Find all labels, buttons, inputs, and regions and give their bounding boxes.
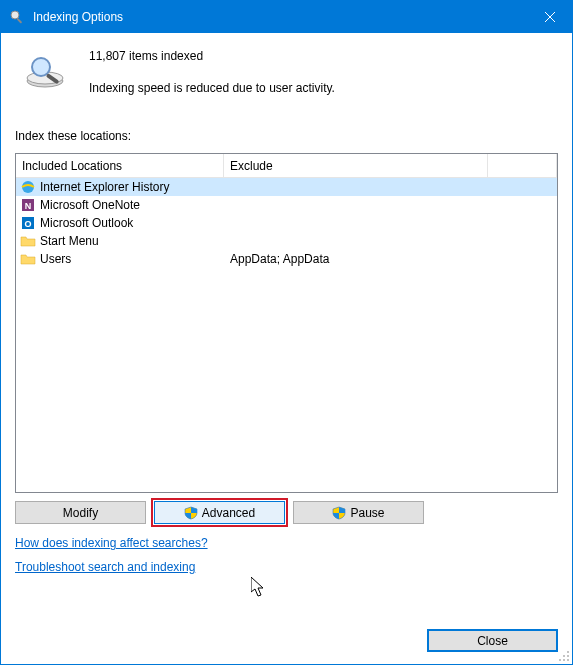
table-row[interactable]: UsersAppData; AppData bbox=[16, 250, 557, 268]
folder-icon bbox=[20, 251, 36, 267]
cell-location: Internet Explorer History bbox=[16, 179, 224, 195]
table-row[interactable]: Internet Explorer History bbox=[16, 178, 557, 196]
outlook-icon: O bbox=[20, 215, 36, 231]
advanced-button-label: Advanced bbox=[202, 506, 255, 520]
listview-body[interactable]: Internet Explorer HistoryNMicrosoft OneN… bbox=[16, 178, 557, 492]
how-indexing-link[interactable]: How does indexing affect searches? bbox=[15, 536, 208, 550]
modify-button[interactable]: Modify bbox=[15, 501, 146, 524]
indexing-speed-note: Indexing speed is reduced due to user ac… bbox=[89, 81, 335, 95]
magnifier-large-icon bbox=[23, 51, 71, 99]
window-title: Indexing Options bbox=[33, 10, 527, 24]
cell-location: Users bbox=[16, 251, 224, 267]
links-area: How does indexing affect searches? Troub… bbox=[15, 536, 558, 574]
table-row[interactable]: Start Menu bbox=[16, 232, 557, 250]
table-row[interactable]: NMicrosoft OneNote bbox=[16, 196, 557, 214]
svg-text:N: N bbox=[25, 201, 32, 211]
pause-button-label: Pause bbox=[350, 506, 384, 520]
cell-location-text: Users bbox=[40, 252, 71, 266]
footer-row: Close bbox=[1, 629, 572, 664]
listview-header: Included Locations Exclude bbox=[16, 154, 557, 178]
indexing-options-window: Indexing Options 11,807 items indexed In… bbox=[0, 0, 573, 665]
modify-button-label: Modify bbox=[63, 506, 98, 520]
onenote-icon: N bbox=[20, 197, 36, 213]
close-button-label: Close bbox=[477, 634, 508, 648]
advanced-button[interactable]: Advanced bbox=[154, 501, 285, 524]
column-included[interactable]: Included Locations bbox=[16, 154, 224, 178]
cell-location-text: Start Menu bbox=[40, 234, 99, 248]
column-blank bbox=[488, 154, 557, 178]
pause-button[interactable]: Pause bbox=[293, 501, 424, 524]
column-exclude[interactable]: Exclude bbox=[224, 154, 488, 178]
titlebar: Indexing Options bbox=[1, 1, 572, 33]
close-dialog-button[interactable]: Close bbox=[427, 629, 558, 652]
shield-icon bbox=[184, 506, 198, 520]
button-row: Modify Advanced Pause bbox=[15, 501, 558, 524]
status-text: 11,807 items indexed Indexing speed is r… bbox=[89, 47, 335, 95]
ie-icon bbox=[20, 179, 36, 195]
status-row: 11,807 items indexed Indexing speed is r… bbox=[15, 47, 558, 99]
close-button[interactable] bbox=[527, 1, 572, 33]
items-indexed-count: 11,807 items indexed bbox=[89, 49, 335, 63]
cell-exclude: AppData; AppData bbox=[224, 252, 488, 266]
table-row[interactable]: OMicrosoft Outlook bbox=[16, 214, 557, 232]
shield-icon bbox=[332, 506, 346, 520]
cell-location: OMicrosoft Outlook bbox=[16, 215, 224, 231]
cell-location: NMicrosoft OneNote bbox=[16, 197, 224, 213]
client-area: 11,807 items indexed Indexing speed is r… bbox=[1, 33, 572, 629]
magnifier-icon bbox=[9, 9, 25, 25]
svg-rect-1 bbox=[17, 18, 23, 24]
locations-listview[interactable]: Included Locations Exclude Internet Expl… bbox=[15, 153, 558, 493]
index-locations-label: Index these locations: bbox=[15, 129, 558, 143]
folder-icon bbox=[20, 233, 36, 249]
svg-text:O: O bbox=[24, 219, 31, 229]
svg-point-0 bbox=[11, 11, 19, 19]
troubleshoot-link[interactable]: Troubleshoot search and indexing bbox=[15, 560, 195, 574]
cell-location-text: Microsoft OneNote bbox=[40, 198, 140, 212]
cell-location-text: Microsoft Outlook bbox=[40, 216, 133, 230]
cell-location-text: Internet Explorer History bbox=[40, 180, 169, 194]
cell-location: Start Menu bbox=[16, 233, 224, 249]
svg-point-6 bbox=[32, 58, 50, 76]
